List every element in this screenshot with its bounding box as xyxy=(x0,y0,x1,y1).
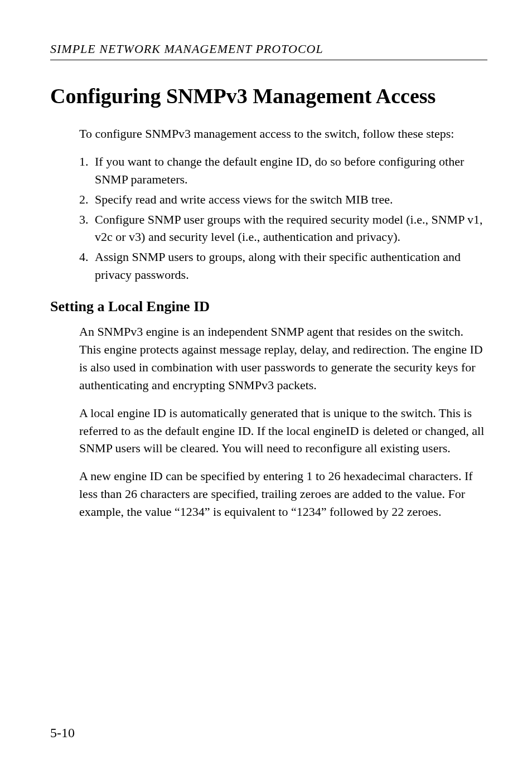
list-item-text: Specify read and write access views for … xyxy=(95,191,487,209)
list-number: 1. xyxy=(79,153,95,188)
paragraph-block: An SNMPv3 engine is an independent SNMP … xyxy=(79,323,487,521)
list-item: 4. Assign SNMP users to groups, along wi… xyxy=(79,248,487,284)
sub-heading: Setting a Local Engine ID xyxy=(50,298,487,315)
page-number: 5-10 xyxy=(50,725,75,741)
list-item-text: Configure SNMP user groups with the requ… xyxy=(95,211,487,246)
list-number: 3. xyxy=(79,211,95,246)
intro-text: To configure SNMPv3 management access to… xyxy=(79,125,487,143)
paragraph: A new engine ID can be specified by ente… xyxy=(79,467,487,521)
running-header: SIMPLE NETWORK MANAGEMENT PROTOCOL xyxy=(50,42,487,56)
step-list: 1. If you want to change the default eng… xyxy=(79,153,487,284)
header-rule xyxy=(50,60,487,60)
list-number: 4. xyxy=(79,248,95,284)
list-item-text: If you want to change the default engine… xyxy=(95,153,487,188)
intro-block: To configure SNMPv3 management access to… xyxy=(79,125,487,284)
paragraph: A local engine ID is automatically gener… xyxy=(79,404,487,458)
list-item-text: Assign SNMP users to groups, along with … xyxy=(95,248,487,284)
list-item: 1. If you want to change the default eng… xyxy=(79,153,487,188)
paragraph: An SNMPv3 engine is an independent SNMP … xyxy=(79,323,487,394)
main-heading: Configuring SNMPv3 Management Access xyxy=(50,84,487,108)
list-item: 3. Configure SNMP user groups with the r… xyxy=(79,211,487,246)
list-item: 2. Specify read and write access views f… xyxy=(79,191,487,209)
list-number: 2. xyxy=(79,191,95,209)
